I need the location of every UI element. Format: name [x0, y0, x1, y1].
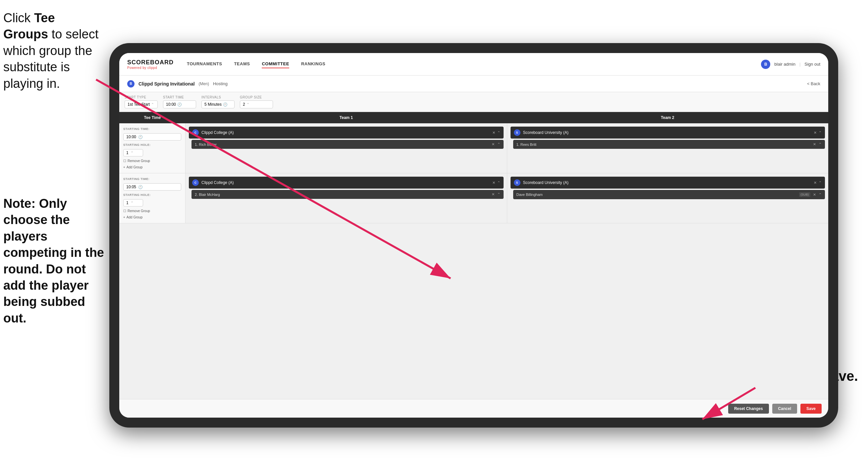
start-time-input[interactable]: 10:00 🕙 [163, 100, 196, 108]
instruction-top: Click Tee Groups to select which group t… [3, 10, 103, 92]
header-team2: Team 2 [507, 112, 828, 123]
team1-remove-1[interactable]: ✕ [492, 130, 495, 135]
remove-group-icon-2: ☐ [123, 209, 126, 213]
team1-logo-2: C [192, 179, 199, 186]
schedule-header: Tee Time Team 1 Team 2 [119, 112, 828, 123]
tee-group-row-2: STARTING TIME: 10:05 🕙 STARTING HOLE: 1 … [119, 173, 828, 224]
team1-card-2[interactable]: C Clippd College (A) ✕ ⌃ [189, 177, 503, 188]
group-size-value: 2 [243, 102, 245, 107]
team1-logo-1: C [192, 129, 199, 136]
player2-remove-2[interactable]: ✕ [813, 193, 816, 197]
header-team1: Team 1 [186, 112, 507, 123]
team2-name-2: Scoreboard University (A) [523, 180, 811, 185]
intervals-group: Intervals 5 Minutes 🕙 [202, 95, 235, 108]
team2-player-2[interactable]: Dave Billingham (SUB) ✕ ⌃ [513, 190, 825, 199]
team2-remove-2[interactable]: ✕ [814, 181, 817, 185]
team1-actions-1: ✕ ⌃ [492, 130, 500, 135]
navbar: SCOREBOARD Powered by clippd TOURNAMENTS… [119, 53, 828, 76]
remove-group-label-2: Remove Group [128, 209, 150, 213]
sign-out-link[interactable]: Sign out [804, 62, 820, 67]
instruction-note: Note: Only choose the players competing … [3, 196, 106, 326]
group-size-input[interactable]: 2 ⌃ [240, 100, 273, 108]
team2-chevron-2[interactable]: ⌃ [819, 181, 822, 185]
save-button[interactable]: Save [800, 404, 822, 414]
remove-group-btn-1[interactable]: ☐ Remove Group [123, 159, 181, 163]
team2-card-2[interactable]: S Scoreboard University (A) ✕ ⌃ [510, 177, 825, 188]
sub-header-logo: B [127, 80, 134, 88]
team1-cell-1: C Clippd College (A) ✕ ⌃ 1. Rich Butler [186, 123, 507, 173]
add-group-btn-2[interactable]: + Add Group [123, 215, 181, 219]
nav-committee[interactable]: COMMITTEE [262, 60, 289, 68]
hosting-label: Hosting [213, 81, 227, 86]
team2-chevron-1[interactable]: ⌃ [819, 130, 822, 135]
remove-group-btn-2[interactable]: ☐ Remove Group [123, 209, 181, 213]
team2-logo-2: S [514, 179, 521, 186]
add-group-icon-1: + [123, 166, 125, 169]
nav-teams[interactable]: TEAMS [234, 60, 250, 68]
start-type-group: Start Type 1st Tee Start ⌃ [125, 95, 158, 108]
event-title: Clippd Spring Invitational [138, 81, 195, 87]
team1-name-2: Clippd College (A) [202, 180, 490, 185]
start-type-label: Start Type [125, 95, 158, 99]
event-gender: (Men) [199, 82, 209, 86]
team2-player-1[interactable]: 1. Rees Britt ✕ ⌃ [513, 140, 825, 149]
hole-stepper-1: ⌃ [130, 151, 133, 155]
team1-remove-2[interactable]: ✕ [492, 181, 495, 185]
team1-player-1[interactable]: 1. Rich Butler ✕ ⌃ [191, 140, 503, 149]
player1-name-1: 1. Rich Butler [195, 143, 489, 146]
starting-hole-label-2: STARTING HOLE: [123, 193, 181, 197]
starting-hole-input-1[interactable]: 1 ⌃ [123, 149, 143, 156]
remove-group-label-1: Remove Group [128, 159, 150, 163]
nav-tournaments[interactable]: TOURNAMENTS [187, 60, 222, 68]
starting-time-input-1[interactable]: 10:00 🕙 [123, 133, 181, 141]
clock-icon: 🕙 [177, 103, 182, 107]
cancel-button[interactable]: Cancel [772, 404, 797, 414]
team1-actions-2: ✕ ⌃ [492, 181, 500, 185]
intervals-label: Intervals [202, 95, 235, 99]
player2-name-1: 1. Rees Britt [517, 143, 811, 146]
team-cells-1: C Clippd College (A) ✕ ⌃ 1. Rich Butler [186, 123, 828, 173]
player2-chevron-2[interactable]: ⌃ [819, 193, 822, 197]
player2-remove-1[interactable]: ✕ [813, 142, 816, 146]
user-name: blair admin [774, 62, 796, 67]
back-button[interactable]: < Back [807, 81, 820, 86]
player1-chevron-1[interactable]: ⌃ [497, 142, 500, 146]
instruction-note-label: Note: Only choose the players competing … [3, 197, 104, 325]
team1-card-1[interactable]: C Clippd College (A) ✕ ⌃ [189, 126, 503, 139]
starting-hole-label-1: STARTING HOLE: [123, 143, 181, 146]
add-group-btn-1[interactable]: + Add Group [123, 166, 181, 169]
hole-stepper-2: ⌃ [130, 201, 133, 205]
schedule-body: STARTING TIME: 10:00 🕙 STARTING HOLE: 1 … [119, 123, 828, 399]
starting-time-value-1: 10:00 [126, 135, 136, 139]
intervals-input[interactable]: 5 Minutes 🕙 [202, 100, 235, 108]
tablet-frame: SCOREBOARD Powered by clippd TOURNAMENTS… [109, 43, 838, 428]
team2-cell-2: S Scoreboard University (A) ✕ ⌃ Dave Bil… [507, 173, 829, 223]
player2-chevron-1[interactable]: ⌃ [819, 142, 822, 146]
starting-time-input-2[interactable]: 10:05 🕙 [123, 183, 181, 191]
team2-card-1[interactable]: S Scoreboard University (A) ✕ ⌃ [510, 126, 825, 139]
player1-chevron-2[interactable]: ⌃ [497, 192, 500, 197]
player2-name-2: Dave Billingham [517, 193, 797, 197]
player1-remove-2[interactable]: ✕ [492, 192, 495, 197]
nav-rankings[interactable]: RANKINGS [301, 60, 326, 68]
team2-remove-1[interactable]: ✕ [814, 130, 817, 135]
starting-time-value-2: 10:05 [126, 185, 136, 189]
team1-player-2[interactable]: 2. Blair McHarg ✕ ⌃ [191, 190, 503, 199]
tee-group-row: STARTING TIME: 10:00 🕙 STARTING HOLE: 1 … [119, 123, 828, 173]
group-size-stepper: ⌃ [247, 103, 249, 107]
player1-remove-1[interactable]: ✕ [492, 142, 495, 146]
instruction-click: Click [3, 11, 34, 25]
team1-chevron-1[interactable]: ⌃ [497, 130, 500, 135]
team1-chevron-2[interactable]: ⌃ [497, 181, 500, 185]
start-type-input[interactable]: 1st Tee Start ⌃ [125, 100, 158, 108]
team2-actions-1: ✕ ⌃ [814, 130, 822, 135]
add-group-icon-2: + [123, 215, 125, 219]
starting-hole-input-2[interactable]: 1 ⌃ [123, 199, 143, 206]
reset-changes-button[interactable]: Reset Changes [728, 404, 769, 414]
header-tee-time: Tee Time [119, 112, 186, 123]
tablet-screen: SCOREBOARD Powered by clippd TOURNAMENTS… [119, 53, 828, 418]
start-type-value: 1st Tee Start [128, 102, 150, 107]
logo-powered: Powered by clippd [127, 66, 174, 69]
team2-cell-1: S Scoreboard University (A) ✕ ⌃ 1. Rees … [507, 123, 829, 173]
nav-user: B blair admin | Sign out [761, 60, 820, 69]
